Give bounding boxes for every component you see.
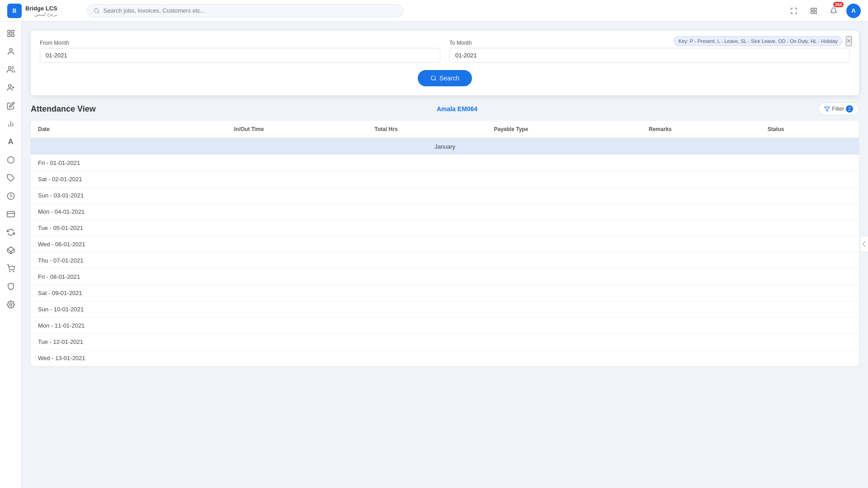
sidebar-item-settings[interactable] (3, 296, 19, 313)
header-row: Date In/Out Time Total Hrs Payable Type … (31, 121, 859, 138)
cell-inout (227, 236, 368, 253)
cell-remarks (642, 188, 760, 204)
attendance-table-wrap: Date In/Out Time Total Hrs Payable Type … (31, 121, 859, 366)
table-body: January Fri - 01-01-2021 Sat - 02-01-202… (31, 138, 859, 366)
sidebar-item-chart[interactable] (3, 116, 19, 132)
cell-totalhrs (367, 285, 486, 301)
cell-date: Wed - 13-01-2021 (31, 350, 227, 366)
app-subtitle: بريدج لسس (25, 12, 57, 17)
table-row: Sat - 02-01-2021 (31, 171, 859, 188)
user-avatar[interactable]: A (846, 4, 861, 18)
cell-remarks (642, 334, 760, 350)
cell-remarks (642, 155, 760, 171)
sidebar-item-tag[interactable] (3, 170, 19, 186)
cell-date: Sun - 10-01-2021 (31, 301, 227, 318)
attendance-employee: Amala EM064 (437, 105, 477, 113)
attendance-section: Attendance View Amala EM064 Filter 2 Dat… (31, 103, 859, 366)
cell-payable (487, 350, 642, 366)
sidebar-item-shield[interactable] (3, 278, 19, 295)
cell-remarks (642, 318, 760, 334)
svg-point-11 (8, 66, 11, 69)
svg-marker-29 (825, 107, 830, 111)
cell-payable (487, 301, 642, 318)
cell-payable (487, 285, 642, 301)
sidebar-item-user[interactable] (3, 43, 19, 60)
cell-totalhrs (367, 204, 486, 220)
table-row: Sat - 09-01-2021 (31, 285, 859, 301)
svg-rect-5 (814, 11, 816, 14)
sidebar-item-text[interactable]: A (3, 134, 19, 150)
app-logo[interactable]: B Bridge LCS بريدج لسس (7, 4, 80, 18)
key-legend: Key: P - Present, L - Leave, SL - Sick L… (674, 36, 843, 46)
cell-remarks (642, 269, 760, 285)
sidebar-item-card[interactable] (3, 206, 19, 222)
attendance-title: Attendance View (31, 104, 96, 114)
col-status: Status (760, 121, 859, 138)
fullscreen-button[interactable] (787, 4, 801, 18)
close-button[interactable]: × (846, 36, 852, 46)
cell-totalhrs (367, 301, 486, 318)
filter-panel: Key: P - Present, L - Leave, SL - Sick L… (31, 31, 859, 95)
to-month-input[interactable] (449, 48, 850, 63)
employee-id: EM064 (458, 105, 477, 113)
table-row: Mon - 04-01-2021 (31, 204, 859, 220)
app-name: Bridge LCS (25, 5, 57, 12)
sidebar-item-box[interactable] (3, 152, 19, 168)
cell-date: Sat - 09-01-2021 (31, 285, 227, 301)
cell-remarks (642, 220, 760, 236)
cell-totalhrs (367, 269, 486, 285)
svg-point-10 (9, 48, 12, 51)
from-month-input[interactable] (40, 48, 440, 63)
svg-point-24 (9, 271, 10, 272)
notification-button[interactable]: 264 (826, 4, 841, 18)
filter-icon (824, 106, 830, 112)
cell-totalhrs (367, 253, 486, 269)
cell-inout (227, 220, 368, 236)
sidebar-item-dashboard[interactable] (3, 25, 19, 42)
sidebar-item-clock[interactable] (3, 188, 19, 204)
cell-payable (487, 236, 642, 253)
search-button[interactable]: Search (418, 70, 472, 86)
sidebar-item-cart[interactable] (3, 260, 19, 277)
cell-date: Fri - 01-01-2021 (31, 155, 227, 171)
table-row: Fri - 08-01-2021 (31, 269, 859, 285)
sidebar-item-cube[interactable] (3, 242, 19, 258)
cell-date: Mon - 11-01-2021 (31, 318, 227, 334)
filter-button[interactable]: Filter 2 (818, 103, 859, 115)
svg-rect-9 (11, 34, 14, 37)
cell-inout (227, 318, 368, 334)
svg-line-28 (435, 80, 436, 81)
svg-point-27 (431, 76, 435, 80)
cell-totalhrs (367, 334, 486, 350)
sidebar-item-users[interactable] (3, 61, 19, 78)
month-group-row: January (31, 138, 859, 155)
col-inout: In/Out Time (227, 121, 368, 138)
cell-totalhrs (367, 188, 486, 204)
cell-date: Sun - 03-01-2021 (31, 188, 227, 204)
from-month-field: From Month (40, 40, 440, 63)
global-search-input[interactable] (104, 7, 396, 14)
search-icon (94, 8, 100, 14)
svg-point-25 (13, 271, 14, 272)
cell-inout (227, 253, 368, 269)
cell-remarks (642, 350, 760, 366)
sidebar: A (0, 22, 22, 488)
search-btn-row: Search (40, 70, 850, 86)
cell-payable (487, 155, 642, 171)
cell-payable (487, 269, 642, 285)
table-row: Thu - 07-01-2021 (31, 253, 859, 269)
logo-text: Bridge LCS بريدج لسس (25, 5, 57, 17)
sidebar-item-add-user[interactable] (3, 80, 19, 96)
sidebar-item-edit[interactable] (3, 98, 19, 114)
right-collapse-handle[interactable] (860, 236, 868, 252)
table-row: Sun - 10-01-2021 (31, 301, 859, 318)
sidebar-item-refresh[interactable] (3, 224, 19, 240)
cell-totalhrs (367, 350, 486, 366)
topnav: B Bridge LCS بريدج لسس 264 A (0, 0, 868, 22)
col-remarks: Remarks (642, 121, 760, 138)
cell-inout (227, 301, 368, 318)
cell-payable (487, 204, 642, 220)
grid-button[interactable] (807, 4, 821, 18)
cell-status (760, 334, 859, 350)
global-search-bar[interactable] (87, 4, 403, 17)
